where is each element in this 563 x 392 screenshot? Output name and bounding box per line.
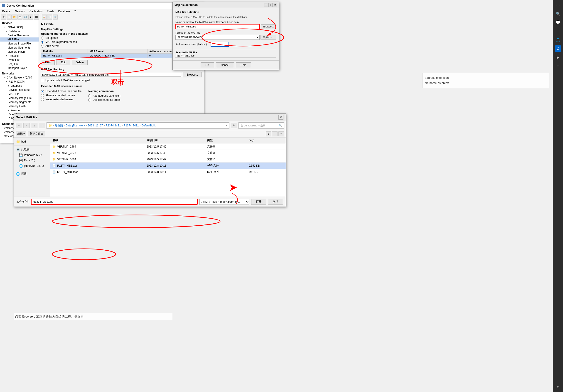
new-button[interactable]: New (41, 60, 55, 65)
col-name[interactable]: 名称 (50, 138, 144, 144)
mapfile-cancel-button[interactable]: Cancel (216, 62, 234, 68)
menu-network[interactable]: Network (14, 9, 26, 13)
menu-flash[interactable]: Flash (46, 9, 54, 13)
nav-up-button[interactable]: ↑ (31, 123, 38, 128)
sidebar-item-memory-segments-2[interactable]: Memory Segments (0, 100, 38, 104)
organize-button[interactable]: 组织 ▾ (16, 131, 26, 136)
os-icon-search[interactable]: 🔍 (555, 11, 561, 17)
toolbar-btn-7[interactable]: ⬛ (34, 14, 39, 20)
sidebar-jabf[interactable]: 🌐 jabf (\\10.128....) (14, 163, 50, 169)
cancel-button[interactable]: 取消 (268, 199, 283, 205)
sidebar-item-memory-flash[interactable]: Memory Flash (0, 50, 38, 54)
file-row-abs[interactable]: 📄R1374_MB1.abs 2023/12/8 10:11 ABS 文件 9,… (50, 163, 286, 169)
mapfile-browse-button[interactable]: Browse... (261, 24, 276, 29)
menu-device[interactable]: Device (1, 9, 11, 13)
toolbar-btn-6[interactable]: ▶ (28, 14, 33, 20)
sidebar-item-protocol[interactable]: ▼Protocol (0, 54, 38, 58)
os-icon-globe[interactable]: 🌐 (555, 37, 561, 43)
breadcrumb-pc[interactable]: 此电脑 (55, 124, 63, 128)
mapfile-options-button[interactable]: Options... (260, 35, 276, 39)
sidebar-item-memory-image-file-2[interactable]: Memory Image File (0, 96, 38, 100)
radio-use-file-prefix[interactable]: Use file name as prefix (88, 98, 120, 102)
nav-forward-button[interactable]: → (23, 123, 30, 128)
sidebar-windows-ssd[interactable]: 💾 Windows-SSD (14, 152, 50, 158)
os-icon-chat[interactable]: 💬 (555, 19, 561, 26)
dir-browse-button[interactable]: Browse... (183, 72, 202, 78)
sidebar-item-device-thesaurus-2[interactable]: Device Thesaurus (0, 88, 38, 92)
col-date[interactable]: 修改日期 (144, 138, 205, 144)
sidebar-item-database-2[interactable]: ▼Database (0, 84, 38, 88)
mapfile-format-select[interactable]: ELF/DWARF 32/64 Bit (175, 35, 260, 40)
toolbar-btn-2[interactable]: 📋 (7, 14, 12, 20)
sidebar-item-r1374-xcp[interactable]: ▼R1374 [XCP] (0, 25, 38, 29)
breadcrumb-dropdown[interactable]: ▾ (226, 124, 227, 127)
mapfile-help-button[interactable]: Help (236, 62, 251, 68)
mapfile-ok-button[interactable]: OK (201, 62, 214, 68)
mapfile-maximize-button[interactable]: □ (269, 3, 272, 7)
sidebar-item-map-file-2[interactable]: MAP File (0, 92, 38, 96)
view-list-button[interactable]: ≡ (266, 131, 271, 136)
radio-always-ext[interactable]: Always extended names (41, 94, 81, 97)
edit-button[interactable]: Edit (56, 60, 70, 65)
sidebar-bad-folder[interactable]: 📁 bad (14, 139, 50, 144)
new-folder-button[interactable]: 新建文件夹 (28, 131, 45, 136)
sidebar-item-memory-segments[interactable]: Memory Segments (0, 46, 38, 50)
toolbar-btn-4[interactable]: 💾 (17, 14, 23, 20)
filetype-select[interactable]: All MAP files (*.map;*.pdb;*.m... (199, 199, 249, 205)
mapfile-addrext-input[interactable] (211, 42, 229, 47)
select-file-close-button[interactable]: ✕ (279, 115, 283, 120)
view-detail-button[interactable]: · (272, 131, 278, 136)
file-row-vertmp-3876[interactable]: 📁VERTMP_3876 2023/12/5 17:49 文件夹 (50, 150, 286, 156)
mapfile-name-input[interactable] (175, 24, 260, 29)
file-row-vertmp-5804[interactable]: 📁VERTMP_5804 2023/12/5 17:49 文件夹 (50, 156, 286, 163)
toolbar-btn-9[interactable]: 📄 (47, 14, 52, 20)
sidebar-item-transport-layer[interactable]: Transport Layer (0, 66, 38, 70)
mapfile-minimize-button[interactable]: ─ (264, 3, 268, 7)
sidebar-item-event-list[interactable]: Event List (0, 58, 38, 62)
os-icon-menu[interactable]: ⋯ (555, 2, 561, 8)
breadcrumb-r1374-2[interactable]: R1374_MB1 (124, 124, 139, 127)
radio-ext-if-more[interactable]: Extended if more than one file (41, 90, 81, 93)
mapfile-close-button[interactable]: ✕ (273, 3, 277, 7)
os-icon-play[interactable]: ▶ (555, 54, 561, 60)
radio-add-addr[interactable]: Add address extension (88, 94, 120, 97)
nav-refresh-button[interactable]: ↻ (231, 123, 237, 128)
search-bar[interactable]: 在 DefaultBuild 中搜索 🔍 (239, 122, 284, 129)
os-icon-settings[interactable]: ⚙ (555, 384, 561, 390)
os-icon-add[interactable]: + (555, 63, 561, 69)
breadcrumb-work[interactable]: work (79, 124, 85, 127)
breadcrumb-r1374[interactable]: R1374_MB1 (106, 124, 121, 127)
toolbar-btn-8[interactable]: 📊 (42, 14, 47, 20)
menu-database[interactable]: Database (57, 9, 71, 13)
toolbar-btn-10[interactable]: 🔍 (53, 14, 58, 20)
breadcrumb-default[interactable]: DefaultBuild (141, 124, 156, 127)
sidebar-item-memory-flash-2[interactable]: Memory Flash (0, 104, 38, 108)
filename-input[interactable] (31, 199, 198, 205)
sidebar-item-map-file[interactable]: MAP File (0, 38, 38, 41)
sidebar-item-database[interactable]: ▼Database (0, 29, 38, 33)
file-row-vertmp-2464[interactable]: 📁VERTMP_2464 2023/12/5 17:49 文件夹 (50, 144, 286, 150)
dir-input[interactable] (41, 73, 181, 77)
breadcrumb-data[interactable]: Data (D:) (65, 124, 77, 127)
menu-help[interactable]: ? (74, 9, 77, 13)
menu-calibration[interactable]: Calibration (29, 9, 43, 13)
nav-back-button[interactable]: ← (16, 123, 22, 128)
sidebar-item-memory-image-file[interactable]: Memory Image File (0, 41, 38, 46)
update-checkbox[interactable] (41, 79, 44, 82)
col-type[interactable]: 类型 (205, 138, 246, 144)
toolbar-btn-1[interactable]: ⚙ (1, 14, 6, 20)
sidebar-item-can-network[interactable]: ▼CAN_Network [CAN] (0, 76, 38, 80)
breadcrumb-date[interactable]: 2023_11_27 (88, 124, 103, 127)
sidebar-item-r1374-xcp-2[interactable]: ▼R1374 [XCP] (0, 80, 38, 84)
toolbar-btn-5[interactable]: 🔄 (23, 14, 28, 20)
sidebar-data-d[interactable]: 💾 Data (D:) (14, 158, 50, 163)
sidebar-network[interactable]: 🌐 网络 (14, 171, 50, 177)
delete-button[interactable]: Delete (72, 60, 88, 65)
help-view-button[interactable]: ? (279, 131, 284, 136)
radio-never-ext[interactable]: Never extended names (41, 98, 81, 101)
file-row-map[interactable]: 📄R1374_MB1.map 2023/12/8 10:11 MAP 文件 79… (50, 169, 286, 175)
col-size[interactable]: 大小 (246, 138, 286, 144)
toolbar-btn-3[interactable]: 📂 (12, 14, 17, 20)
open-button[interactable]: 打开 (251, 199, 266, 205)
sidebar-item-device-thesaurus[interactable]: Device Thesaurus (0, 33, 38, 38)
